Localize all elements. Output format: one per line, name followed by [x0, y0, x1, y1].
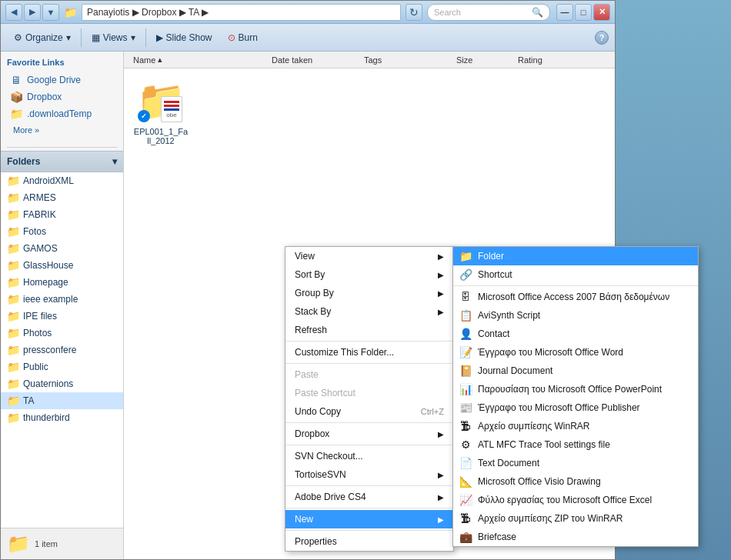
help-button[interactable]: ?	[595, 31, 609, 45]
sub-textdoc-icon: 📄	[459, 457, 472, 469]
ctx-sep-2	[285, 363, 453, 364]
views-icon: ▦	[92, 32, 100, 43]
sidebar-item-downloadtemp[interactable]: 📁 .downloadTemp	[7, 105, 117, 122]
ctx-sortby-label: Sort By	[295, 269, 325, 280]
ctx-stackby[interactable]: Stack By ▶	[285, 302, 453, 321]
col-header-rating[interactable]: Rating	[512, 55, 589, 65]
sub-item-shortcut[interactable]: 🔗 Shortcut	[453, 265, 698, 284]
folder-icon-glasshouse: 📁	[7, 259, 20, 272]
sub-winrar-label: Αρχείο συμπίεσης WinRAR	[478, 421, 590, 432]
folder-item-fotos[interactable]: 📁 Fotos	[1, 223, 123, 240]
title-bar: ◀ ▶ ▼ 📁 Panayiotis ▶ Dropbox ▶ TA ▶ ↻ Se…	[1, 1, 615, 24]
ctx-paste-shortcut[interactable]: Paste Shortcut	[285, 384, 453, 402]
file-item-epl001[interactable]: 📁 obe ✓ EPL001_1_Fall_2012	[130, 75, 192, 148]
col-header-tags[interactable]: Tags	[358, 55, 450, 65]
sub-item-excel[interactable]: 📈 Φύλλο εργασίας του Microsoft Office Ex…	[453, 491, 698, 509]
sub-item-winrar[interactable]: 🗜 Αρχείο συμπίεσης WinRAR	[453, 417, 698, 435]
ctx-groupby[interactable]: Group By ▶	[285, 284, 453, 302]
sub-item-journal[interactable]: 📔 Journal Document	[453, 362, 698, 380]
sub-item-briefcase[interactable]: 💼 Briefcase	[453, 528, 698, 546]
sub-word-label: Έγγραφο του Microsoft Office Word	[478, 347, 623, 358]
sub-item-visio[interactable]: 📐 Microsoft Office Visio Drawing	[453, 472, 698, 491]
ctx-paste-label: Paste	[295, 369, 319, 380]
ctx-tortoisesvn[interactable]: TortoiseSVN ▶	[285, 465, 453, 484]
folder-item-ta[interactable]: 📁 TA	[1, 392, 123, 409]
folders-header[interactable]: Folders ▾	[1, 151, 123, 172]
ctx-stackby-label: Stack By	[295, 306, 331, 317]
ctx-view-arrow: ▶	[438, 252, 444, 261]
sub-access-icon: 🗄	[459, 291, 472, 303]
folder-item-public[interactable]: 📁 Public	[1, 358, 123, 375]
maximize-button[interactable]: □	[575, 4, 592, 21]
sub-item-avisynth[interactable]: 📋 AviSynth Script	[453, 306, 698, 325]
ctx-adobe-drive-arrow: ▶	[438, 493, 444, 502]
folder-item-ieee[interactable]: 📁 ieee example	[1, 291, 123, 308]
close-button[interactable]: ✕	[593, 4, 610, 21]
sub-item-atl[interactable]: ⚙ ATL MFC Trace Tool settings file	[453, 435, 698, 454]
col-header-date[interactable]: Date taken	[265, 55, 358, 65]
folder-label-pressconfere: pressconfere	[23, 345, 76, 355]
address-bar[interactable]: Panayiotis ▶ Dropbox ▶ TA ▶	[82, 4, 401, 21]
folder-icon-ieee: 📁	[7, 293, 20, 305]
folder-icon-fabrik: 📁	[7, 208, 20, 221]
sub-item-textdoc[interactable]: 📄 Text Document	[453, 454, 698, 472]
folder-item-fabrik[interactable]: 📁 FABRIK	[1, 206, 123, 223]
ctx-svn-checkout[interactable]: SVN Checkout...	[285, 447, 453, 465]
sub-sep-1	[453, 285, 698, 286]
sub-item-zip[interactable]: 🗜 Αρχείο συμπίεσης ZIP του WinRAR	[453, 509, 698, 528]
doc-overlay: obe	[161, 96, 182, 122]
ctx-properties[interactable]: Properties	[285, 532, 453, 551]
folder-item-homepage[interactable]: 📁 Homepage	[1, 274, 123, 291]
folders-label: Folders	[7, 156, 40, 167]
folder-item-androidxml[interactable]: 📁 AndroidXML	[1, 172, 123, 189]
ctx-sortby[interactable]: Sort By ▶	[285, 265, 453, 284]
ctx-dropbox[interactable]: Dropbox ▶	[285, 425, 453, 443]
sidebar-item-dropbox[interactable]: 📦 Dropbox	[7, 88, 117, 105]
ctx-refresh[interactable]: Refresh	[285, 321, 453, 339]
sub-item-access[interactable]: 🗄 Microsoft Office Access 2007 Βάση δεδο…	[453, 288, 698, 306]
sub-item-word[interactable]: 📝 Έγγραφο του Microsoft Office Word	[453, 343, 698, 362]
folder-item-ipefiles[interactable]: 📁 IPE files	[1, 308, 123, 325]
views-button[interactable]: ▦ Views ▾	[85, 27, 142, 48]
ctx-new[interactable]: New ▶	[285, 510, 453, 528]
folder-item-glasshouse[interactable]: 📁 GlassHouse	[1, 257, 123, 274]
sub-contact-icon: 👤	[459, 328, 472, 340]
col-header-name[interactable]: Name ▴	[127, 55, 265, 65]
ctx-view[interactable]: View ▶	[285, 247, 453, 265]
organize-button[interactable]: ⚙ Organize ▾	[7, 27, 78, 48]
folder-item-photos[interactable]: 📁 Photos	[1, 325, 123, 342]
ctx-adobe-drive[interactable]: Adobe Drive CS4 ▶	[285, 488, 453, 506]
sub-item-folder[interactable]: 📁 Folder	[453, 247, 698, 265]
more-links[interactable]: More »	[7, 122, 117, 138]
slideshow-button[interactable]: ▶ Slide Show	[149, 27, 219, 48]
refresh-button[interactable]: ↻	[406, 4, 422, 21]
minimize-button[interactable]: —	[556, 4, 573, 21]
ctx-sep-1	[285, 341, 453, 342]
folder-label-ieee: ieee example	[23, 294, 78, 305]
folder-item-pressconfere[interactable]: 📁 pressconfere	[1, 342, 123, 358]
ctx-customize[interactable]: Customize This Folder...	[285, 343, 453, 362]
sub-item-contact[interactable]: 👤 Contact	[453, 325, 698, 343]
burn-label: Burn	[239, 32, 258, 43]
folder-item-quaternions[interactable]: 📁 Quaternions	[1, 375, 123, 392]
sub-item-publisher[interactable]: 📰 Έγγραφο του Microsoft Office Publisher	[453, 398, 698, 417]
sub-avisynth-icon: 📋	[459, 309, 472, 322]
burn-button[interactable]: ⊙ Burn	[221, 27, 265, 48]
organize-icon: ⚙	[14, 32, 22, 43]
recent-button[interactable]: ▼	[42, 4, 59, 21]
folder-item-armes[interactable]: 📁 ARMES	[1, 189, 123, 206]
search-bar[interactable]: Search 🔍	[427, 4, 550, 21]
ctx-sep-4	[285, 445, 453, 445]
forward-button[interactable]: ▶	[24, 4, 41, 21]
folder-item-gamos[interactable]: 📁 GAMOS	[1, 240, 123, 257]
folder-item-thunderbird[interactable]: 📁 thunderbird	[1, 409, 123, 426]
ctx-paste[interactable]: Paste	[285, 365, 453, 384]
col-header-size[interactable]: Size	[450, 55, 512, 65]
sidebar-status: 📁 1 item	[1, 528, 123, 559]
back-button[interactable]: ◀	[5, 4, 22, 21]
sub-powerpoint-label: Παρουσίαση του Microsoft Office PowerPoi…	[478, 384, 662, 395]
sub-item-powerpoint[interactable]: 📊 Παρουσίαση του Microsoft Office PowerP…	[453, 380, 698, 398]
ctx-undo-copy[interactable]: Undo Copy Ctrl+Z	[285, 402, 453, 421]
sidebar-item-googledrive[interactable]: 🖥 Google Drive	[7, 72, 117, 88]
ctx-groupby-arrow: ▶	[438, 289, 444, 298]
